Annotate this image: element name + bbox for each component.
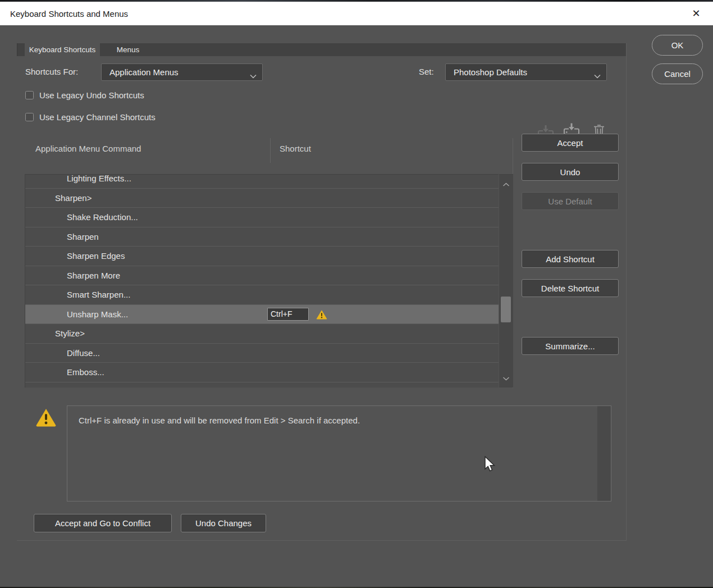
titlebar: Keyboard Shortcuts and Menus ✕: [0, 2, 713, 25]
conflict-message: Ctrl+F is already in use and will be rem…: [79, 416, 360, 425]
add-shortcut-button[interactable]: Add Shortcut: [522, 250, 619, 268]
legacy-channel-label: Use Legacy Channel Shortcuts: [39, 112, 156, 122]
row-label: Sharpen>: [25, 193, 92, 203]
table-row[interactable]: Smart Sharpen...: [25, 285, 499, 305]
table-row[interactable]: Emboss...: [25, 363, 499, 382]
warning-icon: [35, 408, 57, 429]
shortcuts-for-value: Application Menus: [109, 67, 179, 77]
summarize-button[interactable]: Summarize...: [522, 337, 619, 355]
undo-button[interactable]: Undo: [522, 163, 619, 181]
scrollbar-thumb[interactable]: [501, 297, 511, 322]
accept-and-go-to-conflict-button[interactable]: Accept and Go to Conflict: [34, 514, 172, 532]
tab-keyboard-shortcuts[interactable]: Keyboard Shortcuts: [25, 43, 100, 56]
chevron-down-icon: [250, 71, 257, 80]
tab-strip: Keyboard Shortcuts Menus: [17, 43, 627, 56]
table-row[interactable]: Shake Reduction...: [25, 208, 499, 227]
legacy-undo-label: Use Legacy Undo Shortcuts: [39, 90, 144, 100]
conflict-message-panel: Ctrl+F is already in use and will be rem…: [67, 405, 611, 502]
row-label: Sharpen More: [25, 271, 120, 280]
table-row[interactable]: Sharpen>: [25, 189, 499, 208]
cancel-button[interactable]: Cancel: [652, 63, 703, 84]
table-row[interactable]: Sharpen Edges: [25, 247, 499, 266]
close-icon[interactable]: ✕: [682, 2, 711, 25]
row-label: Emboss...: [25, 367, 104, 377]
legacy-channel-checkbox[interactable]: [25, 113, 34, 121]
ok-button[interactable]: OK: [652, 35, 703, 56]
scroll-down-icon[interactable]: [502, 373, 510, 383]
legacy-channel-row: Use Legacy Channel Shortcuts: [25, 112, 156, 122]
shortcuts-for-dropdown[interactable]: Application Menus: [101, 63, 263, 81]
content-right-divider: [626, 43, 627, 540]
conflict-warning-icon: [316, 309, 327, 321]
chevron-down-icon: [594, 71, 601, 80]
row-label: Sharpen Edges: [25, 251, 125, 261]
undo-changes-button[interactable]: Undo Changes: [181, 514, 266, 532]
row-label: Sharpen: [25, 232, 99, 241]
tab-menus[interactable]: Menus: [109, 43, 147, 56]
command-rows: Lighting Effects... Sharpen> Shake Reduc…: [25, 174, 499, 388]
legacy-undo-checkbox[interactable]: [25, 91, 34, 99]
window-title: Keyboard Shortcuts and Menus: [10, 9, 128, 19]
table-row-selected[interactable]: Unsharp Mask...: [25, 305, 499, 325]
command-list: Lighting Effects... Sharpen> Shake Reduc…: [25, 174, 499, 388]
accept-button[interactable]: Accept: [522, 134, 619, 152]
row-label: Extrude...: [25, 387, 103, 388]
table-row[interactable]: Extrude...: [25, 382, 499, 388]
scroll-up-icon[interactable]: [502, 179, 510, 189]
set-label: Set:: [419, 67, 434, 76]
column-header-shortcut: Shortcut: [280, 144, 311, 153]
column-divider: [270, 138, 271, 163]
legacy-undo-row: Use Legacy Undo Shortcuts: [25, 90, 144, 100]
row-label: Shake Reduction...: [25, 212, 138, 222]
table-row[interactable]: Diffuse...: [25, 344, 499, 363]
set-value: Photoshop Defaults: [454, 67, 527, 77]
shortcut-input[interactable]: [267, 308, 309, 321]
delete-shortcut-button[interactable]: Delete Shortcut: [522, 279, 619, 297]
shortcuts-for-label: Shortcuts For:: [25, 67, 78, 76]
row-label: Stylize>: [25, 329, 85, 338]
row-label: Diffuse...: [25, 348, 100, 358]
column-header-command: Application Menu Command: [35, 144, 141, 153]
message-scrollbar-track[interactable]: [597, 406, 611, 501]
list-scrollbar[interactable]: [499, 174, 513, 388]
set-dropdown[interactable]: Photoshop Defaults: [445, 63, 607, 81]
use-default-button: Use Default: [522, 192, 619, 210]
table-row[interactable]: Stylize>: [25, 324, 499, 344]
row-label: Unsharp Mask...: [25, 309, 128, 319]
row-label: Lighting Effects...: [25, 174, 131, 183]
table-row[interactable]: Sharpen More: [25, 266, 499, 286]
row-label: Smart Sharpen...: [25, 290, 130, 299]
table-row[interactable]: Lighting Effects...: [25, 174, 499, 189]
keyboard-shortcuts-dialog: Keyboard Shortcuts Menus Shortcuts For: …: [0, 25, 713, 587]
bottom-divider: [17, 540, 627, 541]
table-row[interactable]: Sharpen: [25, 227, 499, 247]
